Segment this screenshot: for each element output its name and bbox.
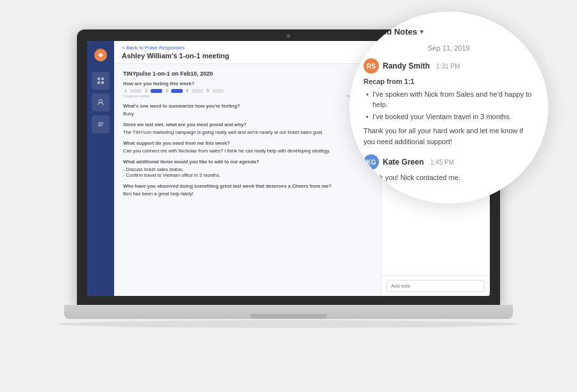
zoom-content: Shared Notes ▾ Sep 11, 2019 RS Randy Smi…	[349, 12, 548, 201]
zoom-sender-time-kate: 1:45 PM	[430, 159, 454, 166]
laptop-base	[64, 305, 513, 319]
zoom-text-kate: Thank you! Nick contacted me.	[364, 172, 534, 183]
rating-seg-5	[212, 89, 224, 93]
question-label-2: What's one word to summarize how you're …	[123, 103, 372, 109]
sidebar	[87, 41, 114, 296]
zoom-message-1: RS Randy Smith 1:31 PM Recap from 1:1 I'…	[364, 58, 534, 147]
background: < Back to Pulse Responses Ashley William…	[0, 0, 577, 392]
zoom-sender-name-randy: Randy Smith	[383, 61, 430, 70]
rating-seg-1	[130, 89, 142, 93]
rating-scale: 1 2 3 4 5	[123, 88, 372, 93]
svg-point-5	[99, 100, 103, 103]
answer-5: - Discuss ticket sales status.- Confirm …	[123, 167, 372, 178]
answer-6: Ben has been a great help lately!	[123, 191, 372, 197]
rating-seg-4	[192, 89, 203, 93]
question-label-1: How are you feeling this week?	[123, 81, 372, 86]
question-5: What additional items would you like to …	[123, 159, 372, 178]
svg-rect-8	[98, 126, 102, 126]
sidebar-nav-item-2[interactable]	[92, 94, 110, 111]
zoom-sender-1: RS Randy Smith 1:31 PM	[364, 58, 534, 74]
answer-4: Can you connect me with Nicholas from sa…	[123, 148, 372, 154]
zoom-chevron-icon[interactable]: ▾	[420, 28, 423, 35]
zoom-bullet-2: I've booked your Vientam travel in 3 mon…	[364, 111, 534, 122]
svg-rect-1	[97, 78, 100, 80]
form-panel: TINYpulse 1-on-1 on Feb10, 2020 ✏ How ar…	[114, 64, 381, 296]
zoom-shared-notes-title: Shared Notes ▾	[364, 27, 534, 37]
svg-rect-6	[98, 122, 103, 123]
add-note-input[interactable]	[387, 280, 485, 292]
answer-3: The TINYcon marketing campaign is going …	[123, 129, 372, 135]
zoom-bullet-1: I've spoken with Nick from Sales and he'…	[364, 89, 534, 110]
question-2: What's one word to summarize how you're …	[123, 103, 372, 117]
svg-rect-7	[98, 124, 103, 124]
svg-rect-3	[97, 81, 100, 84]
zoom-avatar-randy: RS	[364, 58, 379, 74]
question-1: How are you feeling this week? 1 2 3 4	[123, 81, 372, 98]
question-label-4: What support do you need from me this we…	[123, 140, 372, 146]
sidebar-nav-item-1[interactable]	[92, 72, 110, 90]
zoom-sender-2: KG Kate Green 1:45 PM	[364, 154, 534, 170]
question-label-3: Since we last met, what are you most pro…	[123, 122, 372, 127]
laptop-camera	[287, 34, 290, 38]
zoom-section-label: Recap from 1:1	[364, 76, 534, 87]
zoom-footer-randy: Thank you for all your hard work and let…	[364, 126, 534, 147]
form-section-title: TINYpulse 1-on-1 on Feb10, 2020 ✏	[123, 70, 372, 77]
rating-labels: Could be better I'm doing great	[123, 94, 372, 98]
question-label-5: What additional items would you like to …	[123, 159, 372, 165]
question-4: What support do you need from me this we…	[123, 140, 372, 154]
question-3: Since we last met, what are you most pro…	[123, 122, 372, 135]
svg-rect-4	[101, 81, 104, 84]
sidebar-nav-item-3[interactable]	[92, 115, 110, 133]
app-logo	[93, 47, 108, 63]
rating-seg-2	[151, 89, 162, 93]
laptop-shadow	[58, 320, 519, 328]
answer-2: Busy	[123, 111, 372, 117]
question-6: Who have you observed doing something gr…	[123, 183, 372, 197]
zoom-message-2: KG Kate Green 1:45 PM Thank you! Nick co…	[364, 154, 534, 183]
notes-add	[381, 275, 490, 296]
zoom-sender-time-randy: 1:31 PM	[436, 63, 460, 70]
zoom-sender-name-kate: Kate Green	[383, 158, 424, 167]
zoom-date: Sep 11, 2019	[364, 44, 534, 52]
svg-rect-2	[101, 78, 104, 80]
rating-seg-3	[171, 89, 183, 93]
zoom-overlay: Shared Notes ▾ Sep 11, 2019 RS Randy Smi…	[349, 12, 548, 204]
question-label-6: Who have you observed doing something gr…	[123, 183, 372, 189]
